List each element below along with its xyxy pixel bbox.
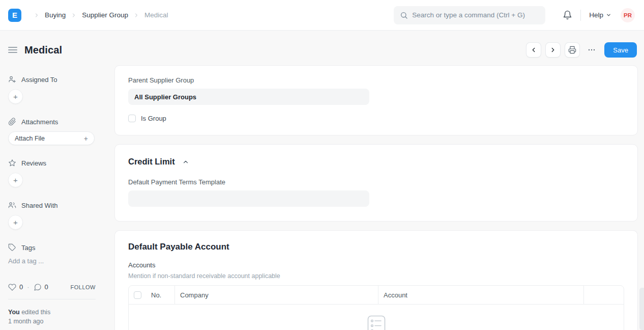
- dot-separator: ·: [27, 283, 29, 291]
- collapse-section-button[interactable]: [181, 157, 190, 167]
- chevron-right-icon: [71, 12, 77, 18]
- assigned-to-section: Assigned To +: [8, 75, 114, 104]
- plus-icon: +: [84, 134, 88, 143]
- notifications-bell-icon[interactable]: [561, 8, 574, 22]
- accounts-description: Mention if non-standard receivable accou…: [128, 272, 624, 280]
- attach-file-button[interactable]: Attach File +: [8, 131, 95, 145]
- sidebar-divider: [8, 299, 96, 299]
- reviews-section: Reviews +: [8, 159, 114, 187]
- printer-icon: [568, 46, 576, 54]
- page-title: Medical: [24, 44, 62, 56]
- page-head-actions: Save: [526, 42, 637, 58]
- prev-record-button[interactable]: [526, 42, 541, 58]
- grid-column-actions: [583, 286, 624, 304]
- grid-select-all-cell: [129, 286, 146, 304]
- breadcrumb-item-buying[interactable]: Buying: [45, 11, 66, 19]
- breadcrumb-item-supplier-group[interactable]: Supplier Group: [82, 11, 128, 19]
- tags-header: Tags: [8, 243, 114, 252]
- paperclip-icon: [8, 118, 16, 126]
- payment-terms-template-label: Default Payment Terms Template: [128, 178, 624, 186]
- app-logo-icon[interactable]: E: [8, 9, 21, 22]
- scrollbar-thumb[interactable]: [639, 288, 644, 330]
- grid-column-company[interactable]: Company: [174, 286, 378, 304]
- users-icon: [8, 201, 16, 209]
- navbar-divider: [580, 10, 581, 21]
- credit-limit-header: Credit Limit: [128, 157, 624, 167]
- parent-supplier-group-field[interactable]: All Supplier Groups: [128, 89, 369, 105]
- breadcrumb: Buying Supplier Group Medical: [28, 11, 168, 19]
- star-icon: [8, 159, 16, 167]
- global-search: [394, 6, 545, 24]
- add-share-button[interactable]: +: [8, 215, 23, 230]
- chevron-down-icon: [606, 12, 611, 18]
- tag-icon: [8, 243, 16, 252]
- grid-empty-state: [129, 305, 624, 330]
- last-edited-info: You edited this 1 month ago: [8, 308, 96, 326]
- form-sidebar: Assigned To + Attachments Attach File +: [0, 65, 114, 330]
- help-menu[interactable]: Help: [589, 11, 611, 19]
- follow-button[interactable]: FOLLOW: [71, 284, 96, 290]
- help-label: Help: [589, 11, 603, 19]
- breadcrumb-item-current: Medical: [144, 11, 168, 19]
- is-group-checkbox[interactable]: [128, 115, 136, 122]
- is-group-row: Is Group: [128, 115, 624, 122]
- add-tag-input[interactable]: Add a tag ...: [8, 257, 114, 265]
- comment-icon[interactable]: [34, 283, 42, 291]
- sidebar-footer: 0 · 0 FOLLOW You edited this 1 month ago: [8, 283, 96, 326]
- payment-terms-template-field[interactable]: [128, 190, 369, 207]
- attachments-header[interactable]: Attachments: [8, 118, 114, 126]
- reviews-header[interactable]: Reviews: [8, 159, 114, 167]
- empty-list-icon: [367, 315, 386, 330]
- search-input[interactable]: [394, 6, 545, 24]
- shared-with-label: Shared With: [21, 202, 58, 209]
- assigned-to-header[interactable]: Assigned To: [8, 75, 114, 84]
- edited-by: You: [8, 309, 20, 316]
- page-head-left: Medical: [8, 44, 62, 56]
- form-body: Parent Supplier Group All Supplier Group…: [114, 65, 638, 330]
- chevron-right-icon: [34, 12, 40, 18]
- comments-count: 0: [45, 283, 48, 291]
- user-plus-icon: [8, 75, 16, 84]
- accounts-grid: No. Company Account: [128, 285, 624, 330]
- attach-file-label: Attach File: [15, 135, 45, 142]
- edited-when: 1 month ago: [8, 318, 44, 325]
- attachments-label: Attachments: [21, 118, 58, 126]
- shared-with-header[interactable]: Shared With: [8, 201, 114, 209]
- assigned-to-label: Assigned To: [21, 76, 57, 84]
- more-menu-button[interactable]: [584, 42, 599, 58]
- chevron-up-icon: [182, 158, 189, 166]
- select-all-checkbox[interactable]: [134, 291, 141, 299]
- reviews-label: Reviews: [21, 159, 46, 167]
- add-assignment-button[interactable]: +: [8, 89, 23, 104]
- parent-supplier-group-label: Parent Supplier Group: [128, 76, 624, 84]
- search-icon: [400, 11, 408, 19]
- credit-limit-card: Credit Limit Default Payment Terms Templ…: [114, 144, 638, 222]
- likes-row: 0 · 0 FOLLOW: [8, 283, 96, 291]
- likes-count: 0: [19, 283, 23, 291]
- print-button[interactable]: [565, 42, 580, 58]
- default-payable-account-title: Default Payable Account: [128, 242, 624, 252]
- shared-with-section: Shared With +: [8, 201, 114, 230]
- sidebar-toggle-icon[interactable]: [8, 45, 17, 54]
- accounts-grid-header: No. Company Account: [129, 286, 624, 305]
- page-head: Medical Save: [0, 31, 644, 65]
- add-review-button[interactable]: +: [8, 173, 23, 187]
- details-card: Parent Supplier Group All Supplier Group…: [114, 65, 638, 135]
- next-record-button[interactable]: [545, 42, 561, 58]
- default-payable-account-card: Default Payable Account Accounts Mention…: [114, 230, 638, 330]
- user-avatar[interactable]: PR: [621, 8, 635, 22]
- attachments-section: Attachments Attach File +: [8, 118, 114, 145]
- grid-column-account[interactable]: Account: [378, 286, 583, 304]
- app-window: E Buying Supplier Group Medical: [0, 0, 644, 330]
- is-group-label[interactable]: Is Group: [141, 115, 166, 122]
- ellipsis-icon: [588, 46, 596, 54]
- tags-label: Tags: [21, 244, 35, 252]
- grid-column-no: No.: [146, 286, 174, 304]
- edited-action: edited this: [20, 309, 50, 316]
- credit-limit-title: Credit Limit: [128, 157, 175, 167]
- heart-icon[interactable]: [8, 283, 16, 291]
- tags-section: Tags Add a tag ...: [8, 243, 114, 265]
- save-button[interactable]: Save: [604, 42, 637, 58]
- chevron-right-icon: [133, 12, 139, 18]
- accounts-label: Accounts: [128, 261, 624, 269]
